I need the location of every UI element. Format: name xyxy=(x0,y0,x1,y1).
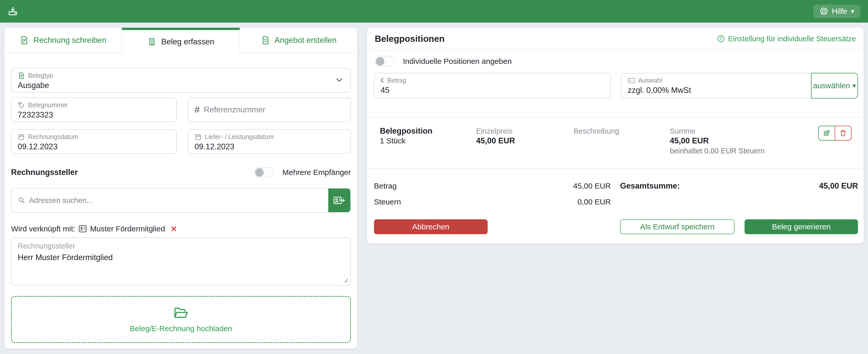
info-circle-icon xyxy=(717,35,725,43)
unlink-close-icon[interactable]: ✕ xyxy=(171,224,177,233)
tab-label: Angebot erstellen xyxy=(275,36,337,45)
belegtyp-value: Ausgabe xyxy=(18,81,344,90)
auswaehlen-label: auswählen xyxy=(813,81,850,90)
address-search-placeholder: Adressen suchen... xyxy=(29,196,93,205)
offer-file-icon xyxy=(261,36,270,45)
mehrere-empfaenger-toggle[interactable] xyxy=(254,167,274,178)
einzelpreis-value: 45,00 EUR xyxy=(476,136,515,146)
referenznummer-input[interactable]: # Referenznummer xyxy=(188,97,351,122)
panel-title: Belegpositionen xyxy=(375,34,444,44)
belegtyp-label: Belegtyp xyxy=(28,72,53,79)
contact-card-icon xyxy=(78,225,87,233)
mehrere-empfaenger-label: Mehrere Empfänger xyxy=(282,168,351,177)
belegtyp-select[interactable]: Belegtyp Ausgabe xyxy=(11,68,351,93)
individual-positions-toggle[interactable] xyxy=(375,56,395,67)
einzelpreis-header: Einzelpreis xyxy=(476,127,513,135)
rechnungssteller-row: Rechnungssteller Mehrere Empfänger xyxy=(11,166,351,179)
life-buoy-icon xyxy=(819,7,828,15)
tab-label: Beleg erfassen xyxy=(161,37,214,46)
tax-settings-link[interactable]: Einstellung für individuelle Steuersätze xyxy=(717,35,856,43)
cancel-button[interactable]: Abbrechen xyxy=(374,219,488,234)
belegpositionen-card: Belegpositionen Einstellung für individu… xyxy=(367,28,864,244)
edit-position-button[interactable] xyxy=(818,126,835,140)
linked-prefix: Wird verknüpft mit: xyxy=(11,224,75,233)
position-quantity: 1 Stück xyxy=(380,136,405,145)
belegnummer-field[interactable]: Belegnummer 72323323 xyxy=(11,97,177,122)
tab-angebot-erstellen[interactable]: Angebot erstellen xyxy=(240,28,357,53)
individual-positions-label: Individuelle Positionen angeben xyxy=(403,57,512,66)
position-title: Belegposition xyxy=(380,126,432,136)
auswahl-label: Auswahl xyxy=(638,77,662,84)
contact-card-plus-icon xyxy=(333,195,345,206)
rechnungssteller-heading: Rechnungssteller xyxy=(11,168,78,177)
upload-dropzone[interactable]: Beleg/E-Rechnung hochladen xyxy=(11,296,351,343)
steuern-total-label: Steuern xyxy=(374,197,401,206)
help-label: Hilfe xyxy=(832,7,847,15)
help-button[interactable]: Hilfe ▾ xyxy=(813,5,860,18)
chevron-down-icon: ▾ xyxy=(851,8,854,14)
belegnummer-value: 72323323 xyxy=(18,110,170,120)
gesamtsumme-value: 45,00 EUR xyxy=(819,181,858,191)
individual-positions-row: Individuelle Positionen angeben xyxy=(375,56,512,67)
chevron-down-icon xyxy=(336,78,343,82)
divider xyxy=(367,50,864,50)
tax-settings-label: Einstellung für individuelle Steuersätze xyxy=(728,35,856,43)
betrag-input[interactable]: € Betrag 45 xyxy=(374,73,611,98)
betrag-label: Betrag xyxy=(387,77,406,84)
summe-header: Summe xyxy=(670,127,695,135)
betrag-total-row: Betrag 45,00 EUR xyxy=(374,181,611,191)
add-address-button[interactable] xyxy=(328,189,350,212)
textarea-value: Herr Muster Fördermitglied xyxy=(18,253,344,262)
lieferdatum-label: Liefer- / Leistungsdatum xyxy=(205,133,274,140)
divider xyxy=(367,117,864,118)
generate-beleg-button[interactable]: Beleg generieren xyxy=(745,219,858,234)
rechnungsdatum-field[interactable]: Rechnungsdatum 09.12.2023 xyxy=(11,129,177,154)
document-tabs: Rechnung schreiben Beleg erfassen Angebo… xyxy=(4,28,357,53)
edit-pencil-icon xyxy=(823,129,831,137)
rechnungssteller-textarea[interactable]: Rechnungssteller Herr Muster Fördermitgl… xyxy=(11,237,351,286)
beschreibung-header: Beschreibung xyxy=(574,127,619,135)
tab-rechnung-schreiben[interactable]: Rechnung schreiben xyxy=(4,28,122,53)
svg-text:$: $ xyxy=(629,79,630,82)
betrag-total-value: 45,00 EUR xyxy=(573,182,611,190)
auswahl-value: zzgl. 0,00% MwSt xyxy=(628,86,805,95)
calendar-icon xyxy=(18,133,25,140)
referenznummer-placeholder: Referenznummer xyxy=(204,105,265,115)
hash-icon: # xyxy=(194,104,200,115)
save-draft-button[interactable]: Als Entwurf speichern xyxy=(620,219,735,234)
toggle-knob xyxy=(255,168,264,176)
folder-open-icon xyxy=(174,306,188,319)
belegnummer-label: Belegnummer xyxy=(28,101,68,109)
chevron-down-icon: ▾ xyxy=(852,82,856,89)
position-actions xyxy=(818,126,851,140)
app-root: Hilfe ▾ Rechnung schreiben Beleg erfasse… xyxy=(0,0,868,354)
toggle-knob xyxy=(376,57,384,65)
tab-beleg-erfassen[interactable]: Beleg erfassen xyxy=(122,28,240,53)
betrag-total-label: Betrag xyxy=(374,182,397,190)
receipt-icon xyxy=(147,37,157,46)
divider xyxy=(367,168,864,168)
tab-label: Rechnung schreiben xyxy=(33,36,106,45)
money-check-icon: $ xyxy=(628,77,635,84)
linked-contact-row: Wird verknüpft mit: Muster Fördermitglie… xyxy=(11,223,177,234)
upload-label: Beleg/E-Rechnung hochladen xyxy=(130,324,232,333)
rechnungsdatum-value: 09.12.2023 xyxy=(18,142,170,151)
auswaehlen-button[interactable]: auswählen ▾ xyxy=(811,73,858,98)
rechnungsdatum-label: Rechnungsdatum xyxy=(28,133,78,140)
delete-position-button[interactable] xyxy=(835,126,851,140)
document-form-card: Rechnung schreiben Beleg erfassen Angebo… xyxy=(4,28,357,349)
save-tray-icon xyxy=(8,6,18,17)
trash-icon xyxy=(839,129,847,137)
linked-contact-name: Muster Fördermitglied xyxy=(90,224,165,233)
steuersatz-auswahl-field[interactable]: $ Auswahl zzgl. 0,00% MwSt xyxy=(621,73,811,98)
address-search-input[interactable]: Adressen suchen... xyxy=(11,189,328,212)
resize-grip-icon[interactable] xyxy=(343,277,348,283)
summe-value: 45,00 EUR xyxy=(670,136,709,146)
textarea-label: Rechnungssteller xyxy=(18,242,344,250)
steuern-total-value: 0,00 EUR xyxy=(578,197,611,206)
euro-icon: € xyxy=(381,77,384,84)
lieferdatum-field[interactable]: Liefer- / Leistungsdatum 09.12.2023 xyxy=(188,129,351,154)
panel-header: Belegpositionen Einstellung für individu… xyxy=(375,28,856,50)
calendar-icon xyxy=(194,133,202,140)
gesamtsumme-label: Gesamtsumme: xyxy=(620,181,680,191)
